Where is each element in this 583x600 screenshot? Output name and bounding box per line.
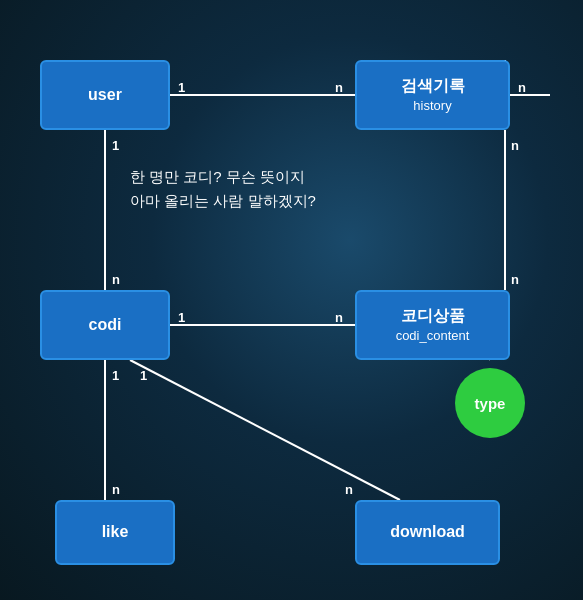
entity-codi-label: codi: [89, 314, 122, 336]
label-user-codi-from: 1: [112, 138, 119, 153]
diagram-container: 1 n n 1 n n n 1 n 1 n 1 n user 검색기록 hist…: [0, 0, 583, 600]
annotation-line2: 아마 올리는 사람 말하겠지?: [130, 189, 316, 213]
entity-history-subtitle: history: [413, 97, 451, 115]
entity-codi-content-label: 코디상품: [401, 305, 465, 327]
entity-codi: codi: [40, 290, 170, 360]
type-circle-label: type: [475, 395, 506, 412]
entity-codi-content-subtitle: codi_content: [396, 327, 470, 345]
entity-like-label: like: [102, 521, 129, 543]
svg-line-7: [130, 360, 400, 500]
entity-user-label: user: [88, 84, 122, 106]
entity-user: user: [40, 60, 170, 130]
label-user-codi-to: n: [112, 272, 120, 287]
label-codi-dl-to: n: [345, 482, 353, 497]
type-circle: type: [455, 368, 525, 438]
label-codi-dl-from: 1: [140, 368, 147, 383]
label-history-top: n: [518, 80, 526, 95]
entity-codi-content: 코디상품 codi_content: [355, 290, 510, 360]
label-codi-like-from: 1: [112, 368, 119, 383]
entity-like: like: [55, 500, 175, 565]
label-history-cc-to: n: [511, 272, 519, 287]
label-codi-cc-from: 1: [178, 310, 185, 325]
label-codi-like-to: n: [112, 482, 120, 497]
label-user-history-from: 1: [178, 80, 185, 95]
label-user-history-to: n: [335, 80, 343, 95]
annotation-line1: 한 명만 코디? 무슨 뜻이지: [130, 165, 316, 189]
entity-download: download: [355, 500, 500, 565]
annotation-text: 한 명만 코디? 무슨 뜻이지 아마 올리는 사람 말하겠지?: [130, 165, 316, 213]
entity-download-label: download: [390, 521, 465, 543]
entity-history-label: 검색기록: [401, 75, 465, 97]
label-codi-cc-to: n: [335, 310, 343, 325]
label-history-cc-from: n: [511, 138, 519, 153]
entity-history: 검색기록 history: [355, 60, 510, 130]
